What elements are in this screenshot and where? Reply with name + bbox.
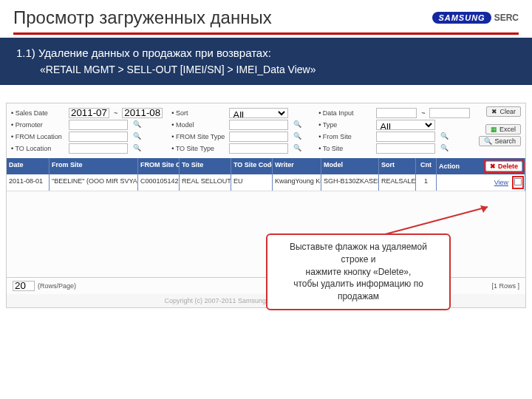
subheader: 1.1) Удаление данных о продажах при возв… (0, 38, 532, 85)
type-label: Type (318, 121, 372, 129)
divider (13, 33, 519, 35)
model-label: Model (171, 121, 225, 129)
subheader-line1: 1.1) Удаление данных о продажах при возв… (16, 47, 271, 59)
col-to-site: To Site (180, 158, 231, 174)
clear-icon: ✖ (491, 108, 497, 115)
col-cnt: Cnt (416, 158, 437, 174)
cell-cnt: 1 (416, 174, 437, 191)
model-input[interactable] (229, 120, 288, 130)
sales-date-to[interactable] (122, 108, 163, 118)
data-input-from[interactable] (376, 108, 417, 118)
serc-label: SERC (494, 13, 519, 23)
col-writer: Writer (273, 158, 321, 174)
date-range-tilde: ~ (114, 109, 117, 117)
cell-writer: KwangYoung Kim (273, 174, 321, 191)
delete-button[interactable]: ✖ Delete (485, 161, 522, 171)
subheader-path: «RETAIL MGMT > SELL-OUT [IMEI/SN] > IMEI… (16, 62, 516, 78)
date-range-tilde: ~ (421, 109, 425, 117)
cell-sort: REALSALES (379, 174, 416, 191)
search-icon[interactable]: 🔍 (132, 132, 141, 141)
svg-line-0 (377, 207, 488, 236)
search-icon[interactable]: 🔍 (293, 132, 301, 141)
search-icon[interactable]: 🔍 (293, 144, 301, 153)
callout-box: Выставьте флажок на удаляемой строке и н… (266, 233, 451, 310)
from-site-label: From Site (318, 133, 372, 140)
from-site-input[interactable] (376, 132, 435, 142)
excel-icon: ▦ (491, 126, 497, 133)
sales-date-from[interactable] (69, 108, 109, 118)
filter-panel: Sales Date ~ Promoter 🔍 FROM Location 🔍 … (7, 103, 525, 158)
cell-to-site: REAL SELLOUT (180, 174, 231, 191)
promoter-input[interactable] (69, 120, 128, 130)
brand-block: SAMSUNG SERC (432, 12, 519, 24)
col-action: Action ✖ Delete (437, 158, 525, 174)
sales-date-label: Sales Date (11, 109, 64, 117)
callout-line2: нажмите кнопку «Delete», (275, 266, 442, 279)
callout-line3: чтобы удалить информацию по продажам (275, 278, 442, 303)
row-checkbox[interactable] (514, 178, 522, 185)
data-input-label: Data Input (318, 109, 372, 117)
search-icon[interactable]: 🔍 (132, 120, 141, 129)
to-site-label: To Site (318, 145, 372, 152)
slide-title: Просмотр загруженных данных (13, 7, 272, 28)
col-from-site: From Site (50, 158, 138, 174)
col-from-site-code: FROM Site Code (138, 158, 180, 174)
search-icon[interactable]: 🔍 (293, 120, 301, 129)
search-icon[interactable]: 🔍 (440, 144, 449, 153)
col-to-site-code: TO Site Code (231, 158, 273, 174)
col-model: Model (321, 158, 379, 174)
data-input-to[interactable] (429, 108, 470, 118)
from-site-type-label: FROM Site Type (171, 133, 225, 140)
from-site-type-input[interactable] (229, 132, 288, 142)
to-site-input[interactable] (376, 143, 435, 154)
to-location-input[interactable] (69, 143, 128, 154)
to-location-label: TO Location (11, 145, 64, 152)
to-site-type-label: TO Site Type (171, 145, 225, 152)
total-rows: [1 Rows ] (491, 282, 519, 290)
col-date: Date (7, 158, 50, 174)
to-site-type-input[interactable] (229, 143, 288, 154)
clear-button[interactable]: ✖Clear (486, 106, 521, 117)
search-icon[interactable]: 🔍 (440, 132, 449, 141)
sort-select[interactable]: All (229, 108, 288, 118)
cell-model: SGH-B130ZKASER (321, 174, 379, 191)
cell-to-site-code: EU (231, 174, 273, 191)
rows-per-page-label: (Rows/Page) (38, 282, 76, 290)
sort-label: Sort (171, 109, 225, 117)
view-link[interactable]: View (494, 179, 508, 186)
cell-date: 2011-08-01 (7, 174, 50, 191)
table-row: 2011-08-01 "BEELINE" (OOO MIR SVYAZI PLU… (7, 174, 525, 191)
excel-button[interactable]: ▦Excel (485, 124, 521, 134)
search-button[interactable]: 🔍Search (479, 136, 521, 146)
from-location-input[interactable] (69, 132, 128, 142)
samsung-logo: SAMSUNG (432, 12, 491, 24)
row-checkbox-highlight (514, 177, 522, 188)
table-header-row: Date From Site FROM Site Code To Site TO… (7, 158, 525, 174)
slide-header: Просмотр загруженных данных SAMSUNG SERC (0, 0, 532, 38)
promoter-label: Promoter (11, 121, 64, 129)
rows-per-page-input[interactable] (13, 281, 35, 291)
col-sort: Sort (379, 158, 416, 174)
callout-line1: Выставьте флажок на удаляемой строке и (275, 241, 442, 266)
search-icon: 🔍 (484, 137, 492, 145)
cell-action: View (437, 174, 525, 191)
cell-from-site-code: C000105142 (138, 174, 180, 191)
search-icon[interactable]: 🔍 (132, 144, 141, 153)
type-select[interactable]: All (376, 120, 435, 130)
from-location-label: FROM Location (11, 133, 64, 140)
cell-from-site: "BEELINE" (OOO MIR SVYAZI PLUS) (50, 174, 138, 191)
